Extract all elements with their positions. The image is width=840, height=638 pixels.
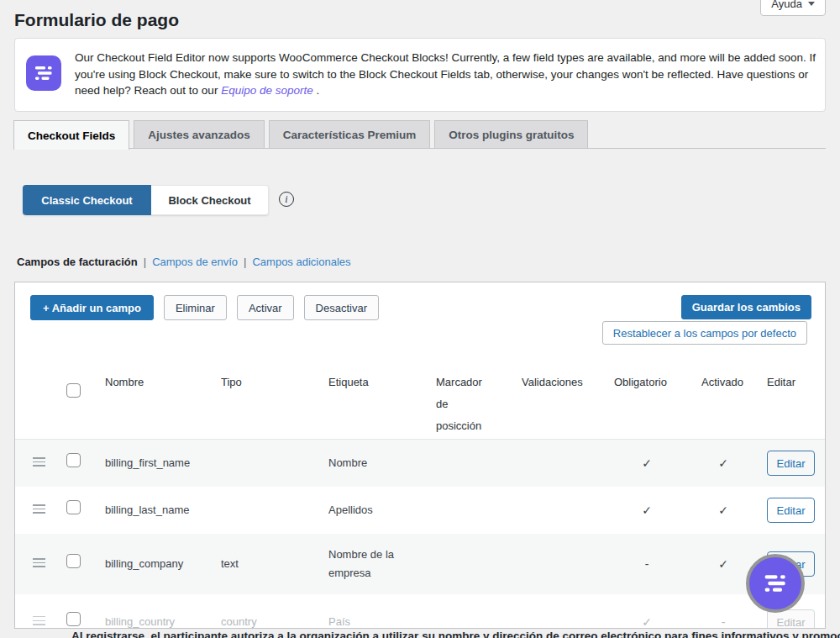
row-checkbox[interactable] <box>66 500 81 514</box>
save-changes-button[interactable]: Guardar los cambios <box>681 295 811 319</box>
table-row: billing_first_name Nombre ✓ ✓ Editar <box>15 440 825 487</box>
field-name: billing_company <box>94 555 210 573</box>
subnav-billing-fields[interactable]: Campos de facturación <box>17 256 138 268</box>
field-name: billing_country <box>94 613 210 629</box>
help-button-label: Ayuda <box>771 0 802 10</box>
header-checkbox-cell <box>55 358 94 405</box>
delete-button[interactable]: Eliminar <box>164 295 227 320</box>
bulk-actions-toolbar: + Añadir un campo Eliminar Activar Desac… <box>30 295 379 320</box>
notice-period: . <box>317 84 320 97</box>
fields-table: Nombre Tipo Etiqueta Marcador de posicci… <box>15 358 825 629</box>
notice-text: Our Checkout Field Editor now supports W… <box>75 50 816 99</box>
column-header-enabled: Activado <box>690 358 756 393</box>
field-section-subnav: Campos de facturación | Campos de envío … <box>17 256 351 268</box>
help-button[interactable]: Ayuda <box>760 0 826 16</box>
support-team-link[interactable]: Equipo de soporte <box>221 84 313 97</box>
enabled-check: ✓ <box>690 555 756 573</box>
plugin-floating-action-button[interactable] <box>746 554 805 613</box>
enabled-check: - <box>690 613 756 629</box>
column-header-name: Nombre <box>94 358 210 393</box>
column-header-required: Obligatorio <box>603 358 690 393</box>
classic-checkout-button[interactable]: Classic Checkout <box>23 185 151 215</box>
subnav-separator: | <box>144 256 146 268</box>
enabled-check: ✓ <box>690 454 756 472</box>
drag-handle-icon[interactable] <box>33 504 45 514</box>
subnav-additional-fields-link[interactable]: Campos adicionales <box>252 256 350 268</box>
field-type: text <box>210 555 318 573</box>
row-checkbox[interactable] <box>66 453 81 467</box>
field-label: Nombre de la empresa <box>318 546 406 583</box>
column-header-label: Etiqueta <box>318 358 425 393</box>
notice-banner: Our Checkout Field Editor now supports W… <box>14 38 826 112</box>
select-all-checkbox[interactable] <box>66 383 81 398</box>
column-header-edit: Editar <box>756 358 825 393</box>
row-checkbox[interactable] <box>66 554 81 568</box>
edit-button[interactable]: Editar <box>767 498 815 523</box>
add-field-button[interactable]: + Añadir un campo <box>30 295 154 320</box>
tab-premium-features[interactable]: Características Premium <box>269 120 430 149</box>
fields-table-card: + Añadir un campo Eliminar Activar Desac… <box>14 282 826 629</box>
row-checkbox[interactable] <box>66 612 81 626</box>
subnav-shipping-fields-link[interactable]: Campos de envío <box>152 256 238 268</box>
chevron-down-icon <box>808 2 815 6</box>
reset-defaults-button[interactable]: Restablecer a los campos por defecto <box>602 321 807 345</box>
subnav-separator: | <box>244 256 246 268</box>
drag-handle-icon[interactable] <box>33 558 45 567</box>
block-checkout-button[interactable]: Block Checkout <box>151 185 269 215</box>
field-label: Nombre <box>318 454 425 472</box>
field-type: country <box>210 613 318 629</box>
clipped-bottom-text: Al registrarse, el participante autoriza… <box>0 630 840 638</box>
required-check: ✓ <box>603 501 690 519</box>
drag-handle-icon[interactable] <box>33 457 45 467</box>
tab-checkout-fields[interactable]: Checkout Fields <box>13 120 129 150</box>
registration-consent-text: Al registrarse, el participante autoriza… <box>71 630 840 638</box>
deactivate-button[interactable]: Desactivar <box>304 295 379 320</box>
field-label: Apellidos <box>318 501 425 519</box>
column-header-placeholder: Marcador de posicción <box>425 358 495 437</box>
drag-handle-icon[interactable] <box>33 616 45 625</box>
admin-page: Formulario de pago Ayuda Our Checkout Fi… <box>0 0 840 638</box>
field-label: País <box>318 613 425 629</box>
tab-advanced-settings[interactable]: Ajustes avanzados <box>134 120 265 149</box>
edit-button[interactable]: Editar <box>767 451 815 476</box>
field-name: billing_last_name <box>94 501 210 519</box>
page-title: Formulario de pago <box>14 10 179 30</box>
checkout-field-editor-fab-icon <box>762 570 789 597</box>
required-check: ✓ <box>603 454 690 472</box>
table-row: billing_country country País ✓ - Editar <box>15 594 825 629</box>
activate-button[interactable]: Activar <box>237 295 294 320</box>
main-tabs: Checkout Fields Ajustes avanzados Caract… <box>13 120 588 150</box>
checkout-mode-toggle: Classic Checkout Block Checkout <box>23 185 269 215</box>
table-header-row: Nombre Tipo Etiqueta Marcador de posicci… <box>15 358 825 440</box>
table-row: billing_company text Nombre de la empres… <box>15 534 825 594</box>
required-check: ✓ <box>603 613 690 629</box>
notice-message: Our Checkout Field Editor now supports W… <box>75 51 816 97</box>
column-header-validations: Validaciones <box>511 358 603 393</box>
tab-other-free-plugins[interactable]: Otros plugins gratuitos <box>434 120 588 149</box>
column-header-type: Tipo <box>210 358 318 393</box>
header-drag-spacer <box>15 358 55 372</box>
checkout-field-editor-logo-icon <box>26 55 61 91</box>
info-icon[interactable]: i <box>279 192 294 207</box>
enabled-check: ✓ <box>690 501 756 519</box>
field-name: billing_first_name <box>94 454 210 472</box>
table-row: billing_last_name Apellidos ✓ ✓ Editar <box>15 487 825 534</box>
required-check: - <box>603 555 690 573</box>
